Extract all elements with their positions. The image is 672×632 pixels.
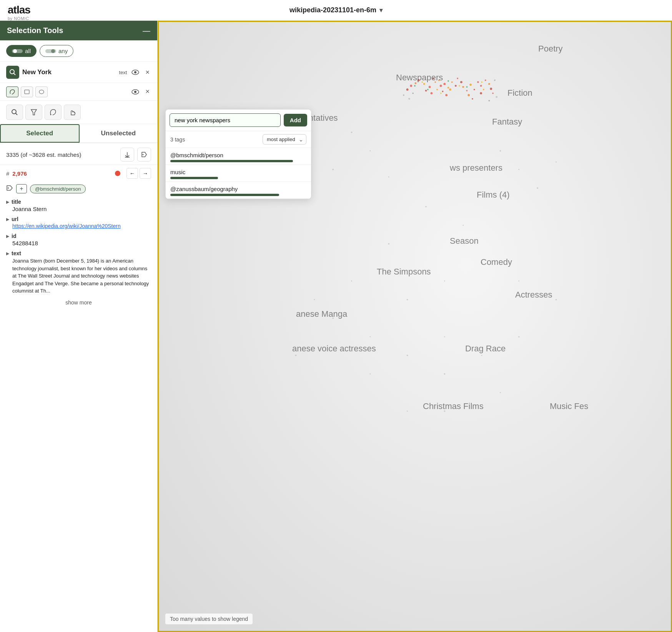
minimize-button[interactable]: — — [143, 27, 150, 35]
eye-lasso-icon — [131, 89, 139, 95]
all-pill[interactable]: all — [6, 45, 37, 57]
svg-point-45 — [474, 89, 475, 90]
download-icon — [124, 151, 130, 158]
url-value[interactable]: https://en.wikipedia.org/wiki/Joanna%20S… — [6, 223, 151, 229]
svg-point-40 — [457, 78, 458, 79]
item-number: 2,976 — [12, 170, 27, 177]
close-lasso-button[interactable]: × — [144, 86, 151, 97]
selection-tabs: Selected Unselected — [0, 124, 157, 143]
map-area[interactable]: PoetryFictionFantasyNewspapersresentativ… — [158, 21, 672, 632]
next-item-button[interactable]: → — [140, 168, 151, 179]
any-pill[interactable]: any — [40, 45, 73, 57]
hand-icon — [68, 108, 76, 116]
lasso-freehand-icon[interactable] — [6, 86, 18, 97]
svg-line-13 — [16, 113, 18, 115]
close-search-button[interactable]: × — [144, 67, 151, 78]
svg-point-11 — [134, 91, 136, 93]
tag-popup-search-row: Add — [166, 110, 311, 131]
svg-point-96 — [518, 336, 520, 338]
show-more-button[interactable]: show more — [0, 296, 157, 309]
svg-point-70 — [351, 131, 353, 133]
hand-tool-icon[interactable] — [64, 105, 81, 120]
svg-point-69 — [481, 81, 482, 83]
svg-point-39 — [449, 88, 451, 91]
svg-point-89 — [518, 281, 519, 282]
filter-tool-icon[interactable] — [25, 105, 42, 120]
match-count-text: 3335 (of ~3628 est. matches) — [6, 151, 82, 158]
svg-point-42 — [462, 86, 464, 88]
download-button[interactable] — [120, 148, 134, 161]
svg-point-75 — [518, 169, 519, 170]
lasso-tool-icon[interactable] — [45, 105, 62, 120]
search-type-badge: text — [119, 70, 127, 75]
search-tool-icon[interactable] — [6, 105, 23, 120]
title-label: title — [12, 199, 21, 205]
svg-point-23 — [418, 79, 420, 81]
tag-list-item[interactable]: @bmschmidt/person — [166, 148, 311, 165]
tool-icons-row — [0, 101, 157, 124]
selected-tab[interactable]: Selected — [0, 124, 80, 143]
svg-point-81 — [351, 281, 352, 282]
tag-item-name: @zanussbaum/geography — [170, 186, 306, 192]
data-item-header: # 2,976 ← → — [0, 165, 157, 182]
header: atlas by NOMIC wikipedia-20231101-en-6m … — [0, 0, 672, 21]
eye-button[interactable] — [130, 68, 141, 77]
dataset-selector[interactable]: wikipedia-20231101-en-6m ▾ — [285, 4, 387, 17]
unselected-tab[interactable]: Unselected — [80, 124, 158, 143]
svg-point-80 — [388, 243, 389, 244]
svg-point-51 — [480, 92, 482, 95]
item-hash: # — [6, 170, 9, 177]
map-legend: Too many values to show legend — [165, 614, 253, 624]
svg-point-35 — [442, 91, 444, 92]
tag-item-name: music — [170, 169, 306, 175]
svg-point-48 — [472, 98, 473, 100]
title-field: ▶ title Joanna Stern — [0, 196, 157, 213]
svg-point-79 — [462, 225, 464, 226]
svg-point-77 — [556, 161, 557, 163]
selection-tools-header: Selection Tools — — [0, 21, 157, 40]
svg-point-46 — [477, 81, 479, 83]
sort-dropdown[interactable]: most appliedleast appliedalphabetical — [263, 134, 306, 145]
toggle-any-icon — [45, 48, 56, 54]
svg-point-27 — [425, 90, 427, 91]
match-actions — [120, 148, 151, 161]
svg-point-19 — [8, 188, 9, 189]
svg-point-64 — [447, 80, 449, 82]
svg-point-74 — [500, 150, 501, 152]
svg-point-65 — [466, 86, 467, 88]
eye-lasso-button[interactable] — [130, 88, 141, 96]
svg-point-68 — [459, 85, 460, 86]
logo-sub: by NOMIC — [8, 16, 30, 21]
tag-list-item[interactable]: @zanussbaum/geography — [166, 182, 311, 199]
lasso-rect-icon[interactable] — [21, 86, 33, 97]
svg-point-22 — [406, 88, 409, 91]
tag-items-container: @bmschmidt/person music @zanussbaum/geog… — [166, 148, 311, 199]
svg-point-49 — [480, 85, 482, 87]
tag-search-input[interactable] — [170, 113, 281, 127]
svg-point-33 — [443, 83, 446, 85]
svg-point-43 — [466, 90, 467, 91]
url-field: ▶ url https://en.wikipedia.org/wiki/Joan… — [0, 213, 157, 230]
tag-all-button[interactable] — [137, 148, 151, 161]
lasso-circle-icon[interactable] — [35, 86, 48, 97]
svg-point-21 — [415, 82, 417, 84]
svg-marker-14 — [31, 110, 37, 115]
id-field: ▶ id 54288418 — [0, 230, 157, 247]
svg-point-44 — [469, 83, 472, 86]
svg-point-76 — [537, 187, 538, 189]
tag-row: + @bmschmidt/person — [0, 182, 157, 196]
add-tag-button[interactable]: + — [16, 184, 27, 193]
svg-point-12 — [12, 110, 16, 114]
add-tag-confirm-button[interactable]: Add — [284, 114, 307, 126]
svg-point-67 — [440, 93, 442, 94]
prev-item-button[interactable]: ← — [126, 168, 138, 179]
logo: atlas — [8, 4, 30, 16]
tag-icon — [6, 185, 13, 193]
svg-point-28 — [431, 92, 433, 95]
filter-icon — [30, 108, 38, 116]
svg-line-5 — [14, 73, 16, 75]
svg-point-73 — [388, 176, 389, 178]
svg-point-92 — [407, 355, 408, 356]
tag-list-item[interactable]: music — [166, 165, 311, 182]
tag-badge: @bmschmidt/person — [30, 185, 86, 193]
